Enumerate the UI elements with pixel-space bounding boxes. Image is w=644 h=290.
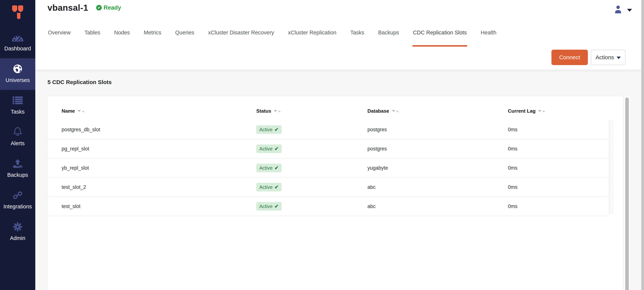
table-row[interactable]: test_slot_2 Active✔ abc 0ms xyxy=(48,178,609,197)
column-header-status: Status xyxy=(256,108,271,114)
database-cell: yugabyte xyxy=(368,165,508,171)
tab-tables[interactable]: Tables xyxy=(84,25,101,47)
sidebar-item-label: Admin xyxy=(10,235,25,241)
cdc-slots-panel: 5 CDC Replication Slots Name Status Data… xyxy=(35,70,641,290)
column-header-current-lag: Current Lag xyxy=(508,108,536,114)
tab-queries[interactable]: Queries xyxy=(175,25,195,47)
column-header-database: Database xyxy=(368,108,389,114)
window-scrollbar-thumb[interactable] xyxy=(642,0,644,290)
current-lag-cell: 0ms xyxy=(508,204,609,209)
slots-table-card: Name Status Database Current Lag postgre… xyxy=(48,96,623,290)
sidebar-item-label: Alerts xyxy=(11,140,24,146)
universe-tab-bar: Overview Tables Nodes Metrics Queries xC… xyxy=(48,25,510,47)
sidebar-item-integrations[interactable]: Integrations xyxy=(0,185,35,216)
page-title: vbansal-1 xyxy=(48,3,88,13)
sidebar-item-dashboard[interactable]: Dashboard xyxy=(0,27,35,58)
database-cell: abc xyxy=(368,184,508,190)
tab-health[interactable]: Health xyxy=(480,25,497,47)
sort-carets-icon[interactable] xyxy=(274,110,281,112)
dashboard-gauge-icon xyxy=(12,32,24,42)
globe-icon xyxy=(13,64,22,74)
sidebar-item-label: Universes xyxy=(6,77,30,83)
table-row[interactable]: test_slot Active✔ abc 0ms xyxy=(48,197,609,216)
current-lag-cell: 0ms xyxy=(508,146,609,152)
status-label: Ready xyxy=(104,4,121,11)
slot-name-cell: yb_repl_slot xyxy=(48,165,256,171)
sidebar-item-tasks[interactable]: Tasks xyxy=(0,90,35,121)
tab-metrics[interactable]: Metrics xyxy=(144,25,162,47)
user-menu-button[interactable] xyxy=(614,4,632,15)
current-lag-cell: 0ms xyxy=(508,184,609,190)
tab-xcluster-disaster-recovery[interactable]: xCluster Disaster Recovery xyxy=(208,25,274,47)
sidebar-item-admin[interactable]: Admin xyxy=(0,216,35,248)
sort-carets-icon[interactable] xyxy=(538,110,545,112)
bell-icon xyxy=(13,127,22,137)
current-lag-cell: 0ms xyxy=(508,165,609,171)
window-scrollbar-track[interactable] xyxy=(641,0,644,290)
database-cell: postgres xyxy=(368,127,508,132)
sidebar-item-backups[interactable]: Backups xyxy=(0,153,35,185)
table-scrollbar-track[interactable] xyxy=(609,120,614,214)
slots-count-heading: 5 CDC Replication Slots xyxy=(48,79,112,85)
slot-name-cell: postgres_db_slot xyxy=(48,127,256,132)
column-header-name: Name xyxy=(62,108,75,114)
sidebar: Dashboard Universes Tas xyxy=(0,0,35,290)
table-row[interactable]: yb_repl_slot Active✔ yugabyte 0ms xyxy=(48,159,609,178)
check-icon: ✔ xyxy=(274,184,279,190)
check-icon: ✔ xyxy=(274,146,279,152)
tab-nodes[interactable]: Nodes xyxy=(114,25,130,47)
gear-icon xyxy=(13,222,22,232)
actions-button[interactable]: Actions xyxy=(591,50,626,65)
upload-icon xyxy=(12,159,23,169)
table-row[interactable]: pg_repl_slot Active✔ postgres 0ms xyxy=(48,139,609,159)
sidebar-item-alerts[interactable]: Alerts xyxy=(0,121,35,153)
task-list-icon xyxy=(12,95,23,105)
sort-carets-icon[interactable] xyxy=(392,110,399,112)
check-circle-icon: ✔ xyxy=(96,5,102,11)
actions-button-label: Actions xyxy=(596,54,614,61)
status-badge: Active✔ xyxy=(256,144,282,153)
sidebar-item-label: Integrations xyxy=(4,204,32,210)
sidebar-item-universes[interactable]: Universes xyxy=(0,58,35,90)
tab-xcluster-replication[interactable]: xCluster Replication xyxy=(288,25,337,47)
chevron-down-icon xyxy=(616,57,621,59)
universe-header: vbansal-1 ✔ Ready Overview Tables Nodes … xyxy=(35,0,641,70)
check-icon: ✔ xyxy=(274,126,279,132)
status-badge: Active✔ xyxy=(256,202,282,211)
tab-backups[interactable]: Backups xyxy=(378,25,399,47)
tab-overview[interactable]: Overview xyxy=(48,25,71,47)
content-scrollbar-thumb[interactable] xyxy=(625,97,629,290)
database-cell: abc xyxy=(368,204,508,209)
tab-cdc-replication-slots[interactable]: CDC Replication Slots xyxy=(412,25,467,47)
plug-icon xyxy=(12,190,23,200)
check-icon: ✔ xyxy=(274,165,279,171)
chevron-down-icon xyxy=(627,9,632,12)
check-icon: ✔ xyxy=(274,203,279,209)
sidebar-item-label: Dashboard xyxy=(4,46,31,52)
connect-button[interactable]: Connect xyxy=(552,50,588,65)
content-scrollbar-track[interactable] xyxy=(623,96,631,290)
slot-name-cell: pg_repl_slot xyxy=(48,146,256,152)
table-row[interactable]: postgres_db_slot Active✔ postgres 0ms xyxy=(48,120,609,139)
yugabyte-logo-icon[interactable] xyxy=(0,0,35,27)
sidebar-item-label: Tasks xyxy=(11,109,24,115)
sort-carets-icon[interactable] xyxy=(78,110,85,112)
table-body: postgres_db_slot Active✔ postgres 0ms pg… xyxy=(48,120,609,216)
slot-name-cell: test_slot xyxy=(48,204,256,209)
user-icon xyxy=(614,4,622,15)
sidebar-item-label: Backups xyxy=(7,172,28,178)
status-badge: Active✔ xyxy=(256,164,282,172)
tab-tasks[interactable]: Tasks xyxy=(350,25,364,47)
status-badge: Active✔ xyxy=(256,183,282,191)
status-badge: Active✔ xyxy=(256,125,282,134)
current-lag-cell: 0ms xyxy=(508,127,609,132)
database-cell: postgres xyxy=(368,146,508,152)
status-badge: ✔ Ready xyxy=(96,4,121,11)
table-header-row: Name Status Database Current Lag xyxy=(48,96,623,120)
slot-name-cell: test_slot_2 xyxy=(48,184,256,190)
